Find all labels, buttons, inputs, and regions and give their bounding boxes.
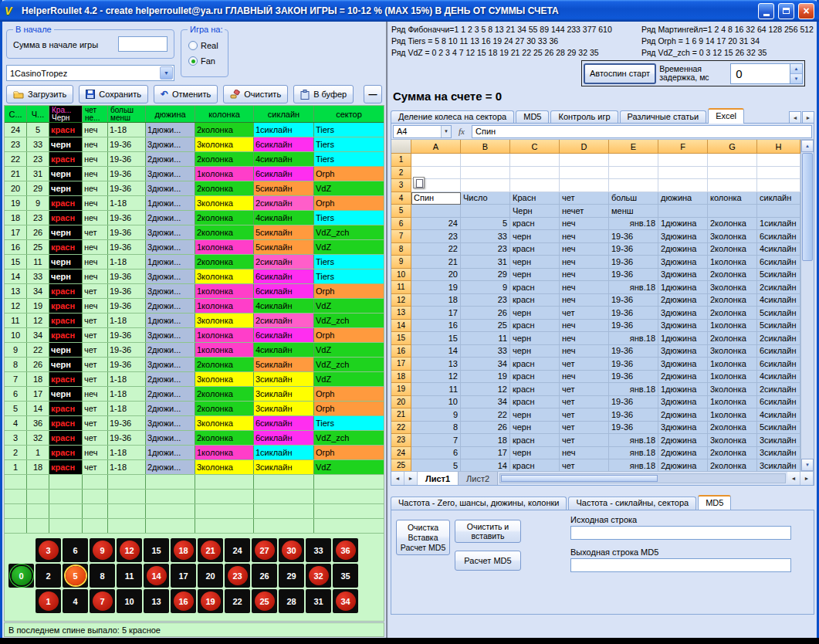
excel-cell[interactable]: красн <box>510 459 560 471</box>
excel-cell[interactable]: неч <box>560 332 609 345</box>
board-number-27[interactable]: 27 <box>252 538 277 562</box>
excel-cell[interactable]: 1колонка <box>708 408 757 422</box>
excel-cell[interactable] <box>658 154 708 167</box>
excel-cell[interactable]: 9 <box>411 408 461 422</box>
excel-row-header[interactable]: 3 <box>391 179 411 192</box>
excel-cell[interactable]: 19-36 <box>609 256 658 269</box>
excel-cell[interactable] <box>658 167 708 180</box>
excel-row-header[interactable]: 4 <box>391 192 411 205</box>
excel-cell[interactable]: 3колонка <box>708 345 757 358</box>
excel-cell[interactable]: янв.18 <box>609 281 658 294</box>
excel-cell[interactable]: черн <box>510 422 560 435</box>
excel-cell[interactable]: 3дюжина <box>658 396 708 409</box>
excel-cell[interactable]: 4сиклайн <box>757 408 800 422</box>
excel-cell[interactable]: дюжина <box>658 192 708 205</box>
excel-cell[interactable] <box>461 205 510 218</box>
excel-cell[interactable]: 15 <box>411 332 461 345</box>
board-number-15[interactable]: 15 <box>144 538 169 562</box>
excel-cell[interactable]: черн <box>510 230 560 243</box>
excel-cell[interactable] <box>757 205 800 218</box>
excel-cell[interactable]: 6сиклайн <box>757 345 800 358</box>
excel-cell[interactable]: 2колонка <box>708 269 757 282</box>
excel-column-header[interactable]: F <box>658 140 708 154</box>
excel-cell[interactable]: 13 <box>411 358 461 371</box>
excel-cell[interactable]: 22 <box>461 408 510 422</box>
excel-cell[interactable]: черн <box>510 447 560 460</box>
excel-cell[interactable]: чет <box>560 307 609 320</box>
excel-cell[interactable]: янв.18 <box>609 218 658 231</box>
excel-row-header[interactable]: 8 <box>391 243 411 256</box>
board-number-12[interactable]: 12 <box>117 538 142 562</box>
vscrollbar-thumb[interactable] <box>802 153 813 261</box>
excel-cell[interactable]: чет <box>560 358 609 371</box>
board-number-24[interactable]: 24 <box>225 538 250 562</box>
tab-md5[interactable]: MD5 <box>516 110 549 124</box>
excel-cell[interactable]: менш <box>609 205 658 218</box>
excel-cell[interactable]: 5сиклайн <box>757 269 800 282</box>
excel-cell[interactable]: больш <box>609 192 658 205</box>
excel-cell[interactable]: 24 <box>411 218 461 231</box>
board-number-3[interactable]: 3 <box>36 538 61 562</box>
excel-cell[interactable]: 17 <box>461 447 510 460</box>
excel-row-header[interactable]: 11 <box>391 281 411 294</box>
board-number-17[interactable]: 17 <box>171 564 196 588</box>
excel-cell[interactable]: 5 <box>411 459 461 471</box>
sheet-nav-left-icon[interactable]: ◄ <box>391 472 404 485</box>
board-number-30[interactable]: 30 <box>279 538 304 562</box>
excel-cell[interactable]: 19-36 <box>609 396 658 409</box>
excel-column-header[interactable]: E <box>609 140 658 154</box>
save-button[interactable]: Сохранить <box>79 85 148 103</box>
excel-cell[interactable]: черн <box>510 307 560 320</box>
excel-cell[interactable]: красн <box>510 281 560 294</box>
excel-cell[interactable]: 19-36 <box>609 243 658 256</box>
excel-column-header[interactable]: H <box>757 140 800 154</box>
excel-cell[interactable]: 3колонка <box>708 230 757 243</box>
excel-cell[interactable] <box>510 154 560 167</box>
excel-cell[interactable]: 5 <box>461 218 510 231</box>
excel-cell[interactable] <box>411 205 461 218</box>
excel-cell[interactable]: красн <box>510 434 560 447</box>
excel-cell[interactable]: 1дюжина <box>658 218 708 231</box>
board-number-16[interactable]: 16 <box>171 589 196 613</box>
excel-row-header[interactable]: 1 <box>391 154 411 167</box>
excel-row-header[interactable]: 18 <box>391 371 411 384</box>
excel-cell[interactable]: Красн <box>510 192 560 205</box>
calc-md5-button[interactable]: Расчет MD5 <box>455 551 521 571</box>
excel-cell[interactable]: неч <box>560 371 609 384</box>
board-number-13[interactable]: 13 <box>144 589 169 613</box>
excel-cell[interactable]: 19-36 <box>609 320 658 333</box>
excel-cell[interactable]: 6 <box>411 447 461 460</box>
hscroll-left-icon[interactable]: ◄ <box>787 472 800 485</box>
excel-cell[interactable] <box>708 167 757 180</box>
excel-cell[interactable]: 11 <box>411 383 461 396</box>
excel-cell[interactable]: неч <box>560 345 609 358</box>
excel-cell[interactable]: 9 <box>461 281 510 294</box>
excel-cell[interactable]: 3сиклайн <box>757 459 800 471</box>
tab-md5-bottom[interactable]: MD5 <box>698 495 731 510</box>
excel-cell[interactable]: 6сиклайн <box>757 230 800 243</box>
excel-cell[interactable]: 3колонка <box>708 383 757 396</box>
excel-cell[interactable]: 3сиклайн <box>757 434 800 447</box>
excel-cell[interactable]: красн <box>510 243 560 256</box>
excel-cell[interactable]: чет <box>560 192 609 205</box>
excel-cell[interactable]: сиклайн <box>757 192 800 205</box>
minimize-button[interactable] <box>758 3 774 19</box>
excel-cell[interactable]: 3колонка <box>708 434 757 447</box>
excel-cell[interactable]: 19-36 <box>609 408 658 422</box>
excel-cell[interactable] <box>658 205 708 218</box>
autospin-start-button[interactable]: Автоспин старт <box>584 63 656 84</box>
excel-cell[interactable]: 2колонка <box>708 447 757 460</box>
clear-insert-button[interactable]: Очистить и вставить <box>455 520 521 543</box>
excel-cell[interactable]: чет <box>560 383 609 396</box>
board-number-0[interactable]: 0 <box>8 564 34 588</box>
excel-cell[interactable]: 1дюжина <box>658 281 708 294</box>
excel-cell[interactable]: красн <box>510 218 560 231</box>
excel-cell[interactable]: 4сиклайн <box>757 294 800 307</box>
excel-cell[interactable]: красн <box>510 320 560 333</box>
excel-cell[interactable]: 11 <box>461 332 510 345</box>
collapse-button[interactable]: — <box>364 85 382 103</box>
board-number-1[interactable]: 1 <box>36 589 61 613</box>
excel-cell[interactable] <box>757 167 800 180</box>
excel-cell[interactable]: чет <box>560 459 609 471</box>
excel-cell[interactable]: 26 <box>461 422 510 435</box>
